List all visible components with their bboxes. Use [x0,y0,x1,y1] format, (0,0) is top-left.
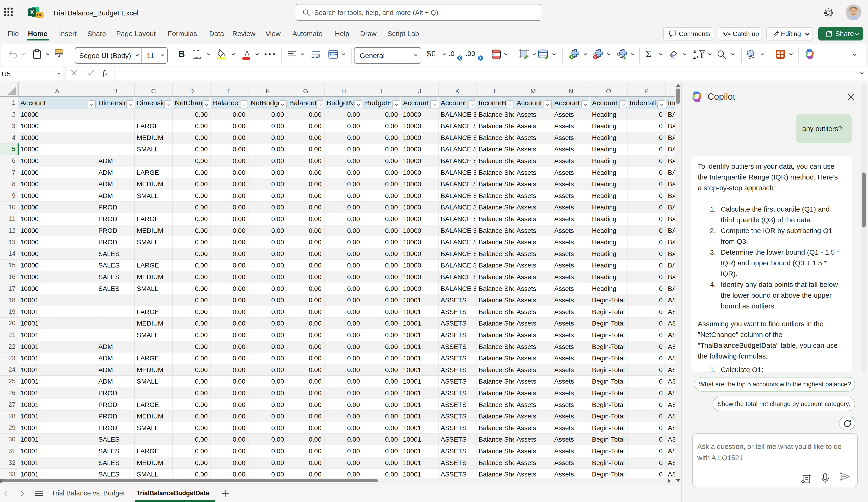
svg-text:Z: Z [693,55,696,59]
svg-text:X: X [30,9,34,16]
svg-text:A: A [693,49,696,54]
svg-text:DF: DF [37,13,42,17]
svg-text:A: A [245,50,249,57]
